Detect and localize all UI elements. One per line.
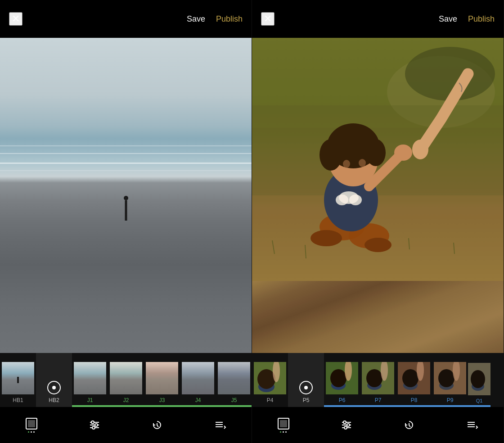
filter-p7[interactable]: P7 bbox=[360, 353, 396, 407]
filter-q1-bar bbox=[468, 405, 490, 407]
right-frame-dots bbox=[280, 431, 287, 433]
svg-point-18 bbox=[405, 47, 495, 101]
filter-j3-bar bbox=[144, 405, 180, 407]
q1-thumb-svg bbox=[468, 363, 490, 395]
filter-p5[interactable]: P5 bbox=[288, 353, 324, 407]
svg-line-9 bbox=[157, 425, 158, 427]
right-history-icon bbox=[403, 419, 415, 431]
right-publish-button[interactable]: Publish bbox=[468, 14, 495, 24]
svg-point-14 bbox=[387, 56, 495, 128]
right-image-area bbox=[252, 38, 504, 353]
filter-p4-thumb bbox=[254, 362, 286, 394]
wave-line-2 bbox=[0, 153, 252, 154]
p4-thumb-svg bbox=[254, 362, 286, 394]
beach-figure bbox=[122, 196, 130, 221]
filter-hb1-thumb bbox=[2, 362, 34, 394]
svg-rect-17 bbox=[252, 38, 504, 281]
filter-q1[interactable]: Q1 bbox=[468, 353, 490, 407]
right-adjust-button[interactable] bbox=[333, 415, 360, 435]
filter-j5[interactable]: J5 bbox=[216, 353, 252, 407]
adjust-icon bbox=[88, 419, 101, 431]
filter-p6-thumb bbox=[326, 362, 358, 394]
right-save-button[interactable]: Save bbox=[439, 14, 457, 24]
right-close-button[interactable]: ✕ bbox=[261, 12, 274, 26]
left-adjust-button[interactable] bbox=[81, 415, 108, 435]
filter-hb2[interactable]: HB2 bbox=[36, 353, 72, 407]
left-filter-strip: HB1 HB2 J1 J2 J3 J bbox=[0, 353, 252, 407]
right-frame-button[interactable] bbox=[270, 414, 297, 436]
filter-p8[interactable]: P8 bbox=[396, 353, 432, 407]
filter-p5-dot bbox=[304, 386, 308, 389]
right-toolbar bbox=[252, 407, 504, 443]
right-queue-button[interactable] bbox=[459, 415, 486, 435]
p7-thumb-svg bbox=[362, 362, 394, 394]
filter-j3-thumb bbox=[146, 362, 178, 394]
filter-j5-thumb bbox=[218, 362, 250, 394]
queue-icon bbox=[214, 419, 226, 431]
filter-j1[interactable]: J1 bbox=[72, 353, 108, 407]
filter-hb1[interactable]: HB1 bbox=[0, 353, 36, 407]
svg-point-54 bbox=[402, 369, 418, 387]
filter-p9[interactable]: P9 bbox=[432, 353, 468, 407]
filter-hb2-dot bbox=[52, 386, 56, 389]
left-image-area bbox=[0, 38, 252, 353]
child-svg bbox=[252, 38, 504, 281]
wave-line-4 bbox=[0, 170, 252, 171]
svg-point-32 bbox=[359, 159, 366, 167]
left-header: ✕ Save Publish bbox=[0, 0, 252, 38]
left-queue-button[interactable] bbox=[207, 415, 234, 435]
left-frame-button[interactable] bbox=[18, 414, 45, 436]
filter-j3-label: J3 bbox=[159, 397, 165, 403]
filter-j4[interactable]: J4 bbox=[180, 353, 216, 407]
filter-p4-label: P4 bbox=[267, 397, 274, 403]
svg-rect-16 bbox=[252, 105, 504, 195]
right-header: ✕ Save Publish bbox=[252, 0, 504, 38]
left-save-button[interactable]: Save bbox=[187, 14, 205, 24]
svg-point-50 bbox=[366, 369, 382, 387]
right-history-button[interactable] bbox=[396, 415, 423, 435]
filter-hb2-label: HB2 bbox=[49, 397, 59, 403]
right-panel: ✕ Save Publish bbox=[252, 0, 504, 443]
dot-2 bbox=[31, 431, 32, 433]
svg-point-31 bbox=[343, 160, 350, 168]
filter-p4[interactable]: P4 bbox=[252, 353, 288, 407]
left-panel: ✕ Save Publish HB1 bbox=[0, 0, 252, 443]
filter-q1-label: Q1 bbox=[476, 398, 483, 403]
right-header-actions: Save Publish bbox=[439, 14, 495, 24]
svg-line-37 bbox=[409, 238, 410, 249]
svg-point-30 bbox=[366, 139, 386, 166]
svg-point-21 bbox=[310, 230, 342, 246]
filter-j1-bar bbox=[72, 405, 108, 407]
svg-point-29 bbox=[320, 139, 342, 171]
filter-p6-bar bbox=[324, 405, 360, 407]
svg-point-25 bbox=[336, 194, 348, 205]
svg-point-62 bbox=[471, 370, 485, 388]
svg-point-70 bbox=[344, 426, 347, 429]
svg-point-3 bbox=[91, 421, 94, 424]
dot-3 bbox=[33, 431, 35, 433]
filter-hb2-icon bbox=[47, 381, 61, 394]
filter-j2-label: J2 bbox=[123, 397, 129, 403]
svg-line-38 bbox=[454, 243, 454, 254]
filter-j4-label: J4 bbox=[195, 397, 201, 403]
filter-p5-icon bbox=[299, 381, 313, 394]
filter-p6[interactable]: P6 bbox=[324, 353, 360, 407]
frame-icon bbox=[25, 417, 38, 430]
filter-p7-label: P7 bbox=[375, 397, 382, 403]
svg-rect-15 bbox=[252, 38, 504, 128]
filter-j5-bar bbox=[216, 405, 252, 407]
left-close-button[interactable]: ✕ bbox=[9, 12, 22, 26]
left-history-button[interactable] bbox=[144, 415, 171, 435]
svg-point-5 bbox=[95, 424, 98, 426]
svg-point-23 bbox=[324, 168, 378, 231]
p9-thumb-svg bbox=[434, 362, 466, 394]
left-publish-button[interactable]: Publish bbox=[216, 14, 243, 24]
filter-j3[interactable]: J3 bbox=[144, 353, 180, 407]
svg-point-68 bbox=[347, 424, 350, 426]
svg-line-72 bbox=[409, 425, 410, 427]
right-queue-icon bbox=[466, 419, 478, 431]
svg-rect-39 bbox=[252, 38, 504, 281]
svg-rect-1 bbox=[28, 420, 35, 427]
wave-line-3 bbox=[0, 163, 252, 164]
filter-j2[interactable]: J2 bbox=[108, 353, 144, 407]
